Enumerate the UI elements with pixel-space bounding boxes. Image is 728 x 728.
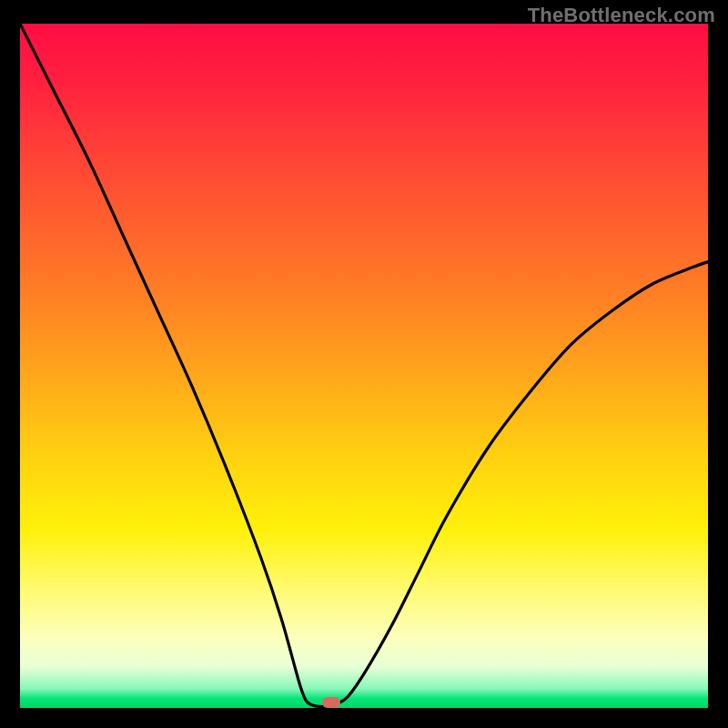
watermark-text: TheBottleneck.com xyxy=(528,4,715,27)
bottleneck-curve xyxy=(20,24,708,708)
chart-frame: TheBottleneck.com xyxy=(0,0,728,728)
minimum-marker xyxy=(322,697,340,708)
